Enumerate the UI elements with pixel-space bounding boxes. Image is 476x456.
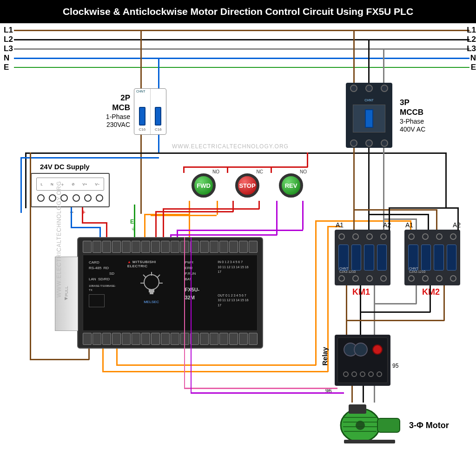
wire-a2-src	[445, 152, 447, 208]
svg-rect-2	[377, 418, 400, 432]
svg-point-0	[144, 275, 159, 290]
svg-rect-3	[349, 404, 366, 414]
label-l2-right: L2	[467, 35, 476, 44]
wire-fwd-a	[189, 201, 190, 238]
relay-reset-button[interactable]	[372, 344, 383, 355]
wire-mccb-l1	[353, 31, 355, 83]
label-l1-right: L1	[467, 26, 476, 35]
label-n-right: N	[470, 53, 476, 63]
wire-fwd-e	[151, 215, 217, 216]
wire-earth-plc	[134, 205, 135, 238]
button-fwd[interactable]: NO FWD	[185, 171, 222, 205]
contactor-km2: CHNTCJX2-1210	[404, 230, 460, 285]
km2-a1: A1	[405, 221, 413, 229]
wire-rev-d	[302, 201, 304, 230]
wire-a2-km1	[389, 207, 390, 231]
km2-a2: A2	[453, 221, 461, 229]
wire-dc-pos-in	[106, 222, 107, 238]
motor-3phase	[335, 400, 404, 446]
contactor-km1: CHNTCJX2-1210	[335, 230, 390, 285]
button-stop-cap: STOP	[235, 173, 259, 198]
wire-km2-o3	[443, 285, 445, 321]
wire-rev-e	[177, 230, 303, 231]
wire-96-a	[191, 392, 344, 394]
button-rev[interactable]: NO REV	[272, 171, 310, 205]
plc-fx5u: ◀PULL CARD RS-485 RD SD LAN SD/RD 10BASE…	[77, 237, 263, 349]
relay-95: 95	[392, 363, 398, 369]
button-rev-cap: REV	[279, 173, 303, 198]
wire-y0-b	[102, 371, 328, 372]
wire-com-b	[30, 359, 89, 360]
label-l3-left: L3	[4, 44, 13, 53]
wire-stop-e	[163, 208, 259, 210]
wire-swap-b	[360, 311, 430, 313]
line-l2	[14, 39, 469, 40]
km1-label: KM1	[352, 287, 370, 297]
wire-stop-c	[155, 211, 157, 238]
wire-ph2-tee	[368, 214, 429, 215]
label-l1-left: L1	[4, 26, 13, 35]
wire-btn-common-v2	[227, 166, 228, 173]
wire-a2-rail	[389, 207, 458, 209]
label-e-left: E	[4, 63, 9, 72]
wire-mccb-l2	[368, 40, 370, 83]
psu-24vdc: LN⏚⊘V+V−	[31, 173, 110, 207]
plc-terminals-top	[83, 241, 258, 253]
wire-y1-c	[315, 220, 317, 365]
wire-rail-to-psu	[25, 152, 26, 208]
wire-mcb-l-out	[140, 135, 142, 214]
wire-dc-neg-in	[99, 227, 101, 238]
wire-y0-a	[102, 349, 104, 372]
wire-rev-b	[170, 234, 277, 236]
psu-title: 24V DC Supply	[40, 163, 90, 171]
svg-rect-9	[344, 440, 395, 443]
wire-y1-d	[315, 220, 411, 222]
button-stop[interactable]: NC STOP	[229, 171, 266, 205]
wire-km1-out2	[360, 285, 361, 335]
wire-k2-l3	[416, 218, 417, 230]
mcb-brand: CHNT	[136, 90, 145, 93]
label-l3-right: L3	[467, 44, 476, 53]
line-e	[14, 67, 469, 68]
km1-a1: A1	[336, 221, 344, 229]
wire-dc-pos-h	[82, 222, 107, 224]
wire-stop-f	[163, 208, 164, 238]
watermark-side: WWW.ELECTRICALTECHNOLOGY.ORG	[56, 177, 62, 297]
wire-96-b	[191, 237, 192, 393]
wire-dc-neg-v	[71, 207, 72, 228]
wire-mccb-l3	[383, 50, 384, 83]
km2-label: KM2	[422, 287, 440, 297]
wire-km2-o2	[430, 285, 431, 312]
wire-n-rail-drop	[20, 157, 22, 213]
wire-btn-common	[183, 166, 308, 168]
plc-leds: PWR ERR P.RUN BAT FX5U-32M	[185, 260, 208, 326]
wire-dc-neg-h	[71, 227, 100, 228]
wire-k2-l1	[436, 209, 437, 230]
line-n	[14, 58, 469, 59]
earth-icon: ⏚	[132, 225, 135, 231]
wire-ph3-out	[383, 148, 384, 230]
label-e-right: E	[471, 63, 476, 72]
wire-n-rail	[20, 157, 159, 159]
plc-logo: ▲ MITSUBISHI ELECTRIC MELSEC	[127, 260, 176, 326]
bulb-icon	[138, 270, 165, 298]
wire-stop-b	[155, 211, 233, 212]
line-l3	[14, 48, 469, 50]
wire-l1-to-mcb	[140, 31, 142, 88]
wire-btn-common-src	[307, 152, 308, 167]
wire-ph1-tee	[353, 209, 437, 211]
motor-label: 3-Φ Motor	[409, 421, 449, 430]
wire-com-c	[30, 152, 31, 360]
wire-km2-o1	[416, 285, 417, 304]
wire-fwd-c	[144, 214, 145, 238]
wire-swap-g	[374, 303, 416, 304]
diagram-title: Clockwise & Anticlockwise Motor Directio…	[0, 0, 476, 23]
wire-ph2-out	[368, 148, 370, 230]
wire-95-a	[184, 388, 337, 389]
earth-label: E	[130, 218, 134, 225]
wire-y1-a	[116, 349, 118, 365]
wire-k2-l2	[428, 214, 429, 230]
mcb-label: 2PMCB 1-Phase230VAC	[98, 93, 130, 129]
plc-ports: CARD RS-485 RD SD LAN SD/RD 10BASE-T/100…	[89, 260, 118, 326]
watermark-center: WWW.ELECTRICALTECHNOLOGY.ORG	[172, 143, 289, 150]
